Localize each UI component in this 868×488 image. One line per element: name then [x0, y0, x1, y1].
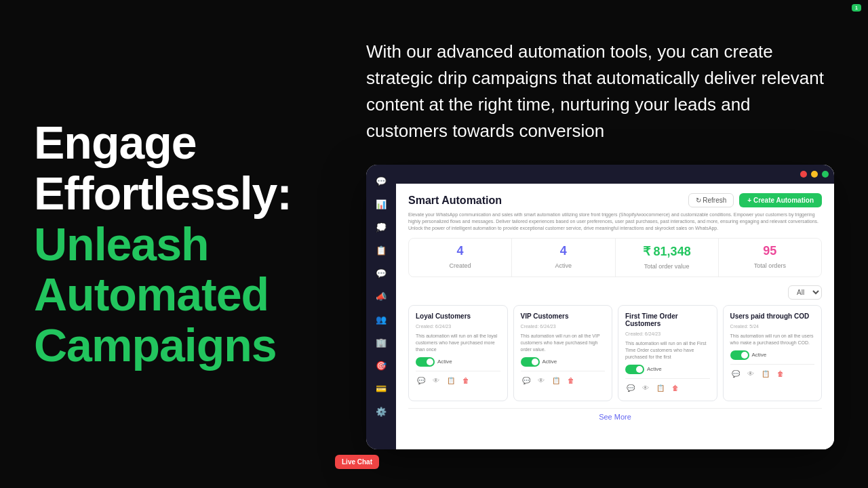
- stat-total-orders-value: 95: [727, 244, 813, 258]
- sidebar-icon-list[interactable]: 📋: [372, 241, 391, 260]
- card-3-date: Created: 6/24/23: [625, 331, 710, 336]
- stat-total-orders: 95 Total orders: [719, 239, 821, 277]
- card-1-actions: 💬 👁 📋 🗑: [416, 371, 500, 386]
- card-first-time-customers: First Time Order Customers Created: 6/24…: [618, 305, 717, 401]
- stat-order-value-label: Total order value: [644, 263, 690, 270]
- headline-green-block: Unleash Automated Campaigns: [34, 219, 278, 371]
- right-panel: With our advanced automation tools, you …: [312, 0, 868, 488]
- content-area: Smart Automation ↻ Refresh + Create Auto…: [396, 184, 834, 449]
- sidebar-icon-store[interactable]: 🏢: [372, 333, 391, 352]
- card-1-toggle-label: Active: [437, 359, 452, 365]
- stat-created-label: Created: [450, 262, 471, 269]
- stat-active: 4 Active: [512, 239, 615, 277]
- window-minimize[interactable]: [811, 171, 818, 178]
- tagline-text: With our advanced automation tools, you …: [366, 39, 827, 144]
- card-4-view-icon[interactable]: 👁: [745, 369, 756, 380]
- card-3-title: First Time Order Customers: [625, 312, 710, 327]
- create-automation-button[interactable]: + Create Automation: [739, 193, 822, 207]
- card-2-title: VIP Customers: [521, 312, 606, 320]
- top-bar: 1: [396, 165, 834, 184]
- card-3-toggle-label: Active: [647, 366, 662, 372]
- card-3-toggle-switch[interactable]: [625, 365, 644, 374]
- headline-line3: Unleash: [34, 219, 278, 270]
- stat-order-value-num: ₹ 81,348: [624, 244, 710, 259]
- window-close[interactable]: [800, 171, 807, 178]
- card-3-toggle[interactable]: Active: [625, 365, 710, 374]
- sidebar-icon-settings[interactable]: ⚙️: [372, 402, 391, 421]
- sidebar-icon-payment[interactable]: 💳: [372, 379, 391, 398]
- stat-total-orders-label: Total orders: [754, 262, 786, 269]
- app-sidebar: 💬 📊 💭 📋 💬 📣 👥 🏢 🎯 💳 ⚙️: [366, 165, 396, 449]
- headline-engage: Engage Effortlessly:: [34, 117, 278, 219]
- headline-line4: Automated: [34, 269, 278, 320]
- app-window: 💬 📊 💭 📋 💬 📣 👥 🏢 🎯 💳 ⚙️ 1 Smart Automat: [366, 165, 834, 449]
- stats-row: 4 Created 4 Active ₹ 81,348 Total order …: [408, 238, 822, 277]
- headline-line2: Effortlessly:: [34, 167, 292, 219]
- card-4-title: Users paid through COD: [730, 312, 815, 320]
- sidebar-icon-broadcast[interactable]: 📣: [372, 287, 391, 306]
- card-2-copy-icon[interactable]: 📋: [551, 375, 561, 386]
- stat-created: 4 Created: [409, 239, 512, 277]
- description-text: Elevate your WhatsApp communication and …: [408, 211, 822, 231]
- card-2-desc: This automation will run on all the VIP …: [521, 333, 606, 352]
- sidebar-icon-chat[interactable]: 💬: [372, 171, 391, 190]
- card-4-toggle-switch[interactable]: [730, 350, 749, 360]
- card-loyal-customers: Loyal Customers Created: 6/24/23 This au…: [408, 305, 508, 401]
- stat-active-label: Active: [555, 262, 572, 269]
- left-panel: Engage Effortlessly: Unleash Automated C…: [0, 0, 312, 488]
- card-4-chat-icon[interactable]: 💬: [730, 369, 741, 380]
- card-4-toggle-label: Active: [752, 352, 767, 358]
- filter-row: All: [408, 285, 822, 300]
- card-1-toggle[interactable]: Active: [416, 357, 500, 367]
- card-3-view-icon[interactable]: 👁: [640, 383, 651, 394]
- header-actions: ↻ Refresh + Create Automation: [688, 193, 823, 207]
- sidebar-icon-dashboard[interactable]: 📊: [372, 195, 391, 214]
- live-chat-button[interactable]: Live Chat: [335, 455, 379, 469]
- card-3-desc: This automation will run on all the Firs…: [625, 340, 710, 360]
- card-1-title: Loyal Customers: [416, 312, 500, 320]
- main-content: 1 Smart Automation ↻ Refresh + Create Au…: [396, 165, 834, 449]
- card-1-delete-icon[interactable]: 🗑: [460, 375, 471, 386]
- card-2-toggle-switch[interactable]: [521, 357, 540, 367]
- headline-line1: Engage: [34, 117, 197, 168]
- card-2-delete-icon[interactable]: 🗑: [566, 375, 576, 386]
- card-2-view-icon[interactable]: 👁: [536, 375, 547, 386]
- card-4-desc: This automation will run on all the user…: [730, 333, 815, 346]
- card-4-delete-icon[interactable]: 🗑: [775, 369, 786, 380]
- card-4-toggle[interactable]: Active: [730, 350, 815, 360]
- card-2-toggle-label: Active: [542, 359, 557, 365]
- stat-order-value: ₹ 81,348 Total order value: [616, 239, 719, 277]
- card-3-copy-icon[interactable]: 📋: [655, 383, 666, 394]
- card-vip-customers: VIP Customers Created: 6/24/23 This auto…: [513, 305, 613, 401]
- cards-grid: Loyal Customers Created: 6/24/23 This au…: [408, 305, 822, 401]
- card-2-toggle[interactable]: Active: [521, 357, 606, 367]
- card-2-chat-icon[interactable]: 💬: [521, 375, 532, 386]
- card-1-date: Created: 6/24/23: [416, 324, 500, 329]
- headline-line5: Campaigns: [34, 320, 278, 371]
- card-1-toggle-switch[interactable]: [416, 357, 435, 367]
- refresh-button[interactable]: ↻ Refresh: [688, 193, 734, 207]
- card-1-view-icon[interactable]: 👁: [431, 375, 441, 386]
- see-more-button[interactable]: See More: [408, 408, 822, 425]
- card-4-actions: 💬 👁 📋 🗑: [730, 364, 815, 380]
- card-1-chat-icon[interactable]: 💬: [416, 375, 427, 386]
- sidebar-icon-contacts[interactable]: 👥: [372, 310, 391, 329]
- sidebar-icon-target[interactable]: 🎯: [372, 356, 391, 375]
- sidebar-icon-inbox[interactable]: 💬: [372, 264, 391, 283]
- page-header: Smart Automation ↻ Refresh + Create Auto…: [408, 193, 822, 207]
- card-2-date: Created: 6/24/23: [521, 324, 606, 329]
- card-3-actions: 💬 👁 📋 🗑: [625, 378, 710, 394]
- card-2-actions: 💬 👁 📋 🗑: [521, 371, 606, 386]
- card-1-copy-icon[interactable]: 📋: [446, 375, 456, 386]
- page-title: Smart Automation: [408, 195, 502, 207]
- window-maximize[interactable]: [822, 171, 829, 178]
- card-3-chat-icon[interactable]: 💬: [625, 383, 636, 394]
- card-4-copy-icon[interactable]: 📋: [760, 369, 771, 380]
- card-4-date: Created: 5/24: [730, 324, 815, 329]
- filter-select[interactable]: All: [788, 285, 822, 300]
- stat-created-value: 4: [417, 244, 503, 258]
- sidebar-icon-message[interactable]: 💭: [372, 218, 391, 237]
- card-3-delete-icon[interactable]: 🗑: [670, 383, 681, 394]
- card-1-desc: This automation will run on all the loya…: [416, 333, 500, 352]
- card-cod-customers: Users paid through COD Created: 5/24 Thi…: [723, 305, 823, 401]
